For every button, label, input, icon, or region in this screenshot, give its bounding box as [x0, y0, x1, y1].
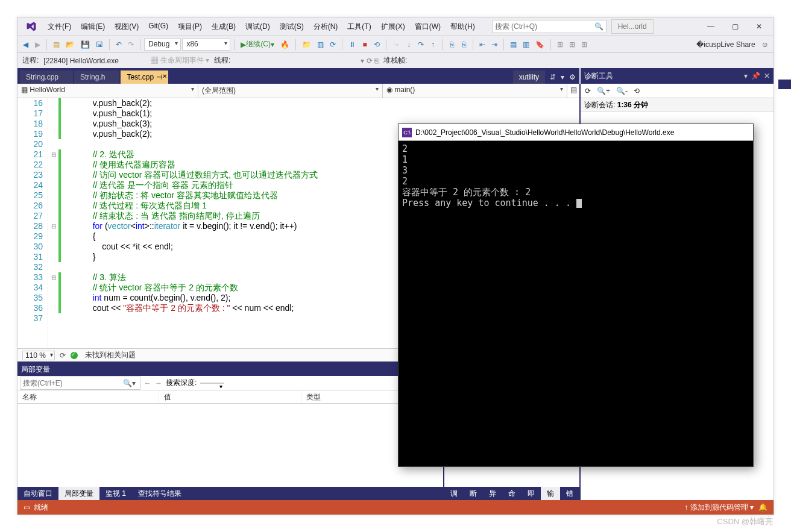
folder-icon[interactable]: 📁 [300, 39, 314, 50]
step-out-icon[interactable]: ↑ [427, 39, 438, 50]
nav-prev-icon[interactable]: ← [144, 379, 151, 387]
config-combo[interactable]: Debug [144, 39, 181, 51]
menu-item[interactable]: 窗口(W) [410, 19, 446, 34]
diag-reset-icon[interactable]: ⟲ [632, 86, 641, 96]
live-share-button[interactable]: �icusp Live Share [694, 39, 757, 50]
window-icon[interactable]: ▥ [315, 39, 326, 50]
bottom-tab[interactable]: 查找符号结果 [132, 487, 188, 500]
bottom-tab[interactable]: 断点 [464, 487, 483, 500]
file-tab-string-cpp[interactable]: String.cpp [20, 70, 73, 84]
title-bar: 文件(F)编辑(E)视图(V)Git(G)项目(P)生成(B)调试(D)测试(S… [17, 17, 774, 36]
menu-item[interactable]: 扩展(X) [376, 19, 410, 34]
solution-explorer-tab[interactable]: 解决方案资源 [778, 80, 791, 89]
bookmark-icon[interactable]: 🔖 [533, 39, 547, 50]
bottom-tab[interactable]: 错误列表 [560, 487, 579, 500]
show-next-icon[interactable]: → [390, 39, 402, 50]
maximize-button[interactable]: ▢ [723, 17, 747, 36]
nav-back-icon[interactable]: ◀ [20, 39, 31, 50]
file-tab-test-cpp[interactable]: Test.cpp⊣✕ [121, 70, 168, 84]
menu-item[interactable]: 编辑(E) [76, 19, 110, 34]
panel-pin-icon[interactable]: 📌 [751, 72, 760, 80]
bottom-tab[interactable]: 异常设置 [483, 487, 502, 500]
nav-func-combo[interactable]: ◉ main() [383, 84, 567, 98]
process-combo[interactable]: [22840] HelloWorld.exe [43, 57, 146, 65]
comment-icon[interactable]: ▤ [508, 39, 519, 50]
bottom-tab[interactable]: 调用堆栈 [444, 487, 464, 500]
menu-item[interactable]: 文件(F) [43, 19, 76, 34]
file-tab-string-h[interactable]: String.h [74, 70, 119, 84]
bottom-tab[interactable]: 监视 1 [99, 487, 132, 500]
extra1-icon[interactable]: ⊞ [555, 39, 566, 50]
hot-reload-icon[interactable]: 🔥 [278, 39, 292, 50]
menu-item[interactable]: 视图(V) [110, 19, 143, 34]
tab-scroll-icon[interactable]: ⇵ [550, 73, 556, 81]
console-window[interactable]: C:\ D:\002_Project\006_Visual_Studio\Hel… [398, 124, 754, 467]
editor-tabs-bar: String.cpp String.h Test.cpp⊣✕ xutility … [17, 68, 579, 84]
minimize-button[interactable]: — [699, 17, 723, 36]
indent-right-icon[interactable]: ⇥ [489, 39, 500, 50]
bottom-left-tabs: 自动窗口局部变量监视 1查找符号结果 [17, 487, 443, 500]
extra2-icon[interactable]: ⊞ [567, 39, 578, 50]
menu-item[interactable]: 生成(B) [207, 19, 241, 34]
restart-icon[interactable]: ⟲ [371, 39, 382, 50]
nav-next-icon[interactable]: → [155, 379, 162, 387]
close-button[interactable]: ✕ [747, 17, 771, 36]
pin-icon[interactable]: ⊣ [156, 73, 162, 81]
save-icon[interactable]: 💾 [78, 39, 92, 50]
menu-item[interactable]: 工具(T) [342, 19, 376, 34]
continue-button[interactable]: ▶ 继续(C) ▾ [238, 38, 277, 51]
bottom-tab[interactable]: 即时窗口 [522, 487, 541, 500]
nav-fwd-icon[interactable]: ▶ [32, 39, 43, 50]
menu-item[interactable]: Git(G) [143, 19, 173, 34]
menu-item[interactable]: 项目(P) [173, 19, 207, 34]
search-placeholder: 搜索 (Ctrl+Q) [495, 22, 537, 32]
save-all-icon[interactable]: 🖫 [93, 39, 106, 50]
diag-zoomout-icon[interactable]: 🔍- [614, 86, 629, 96]
diag-record-icon[interactable]: ⟳ [583, 86, 593, 96]
redo-icon[interactable]: ↷ [125, 39, 136, 50]
tool2-icon[interactable]: ⎘ [458, 39, 469, 50]
menu-item[interactable]: 帮助(H) [446, 19, 480, 34]
menu-item[interactable]: 测试(S) [275, 19, 309, 34]
preview-file[interactable]: xutility [513, 70, 545, 84]
tool-icon[interactable]: ⎘ [446, 39, 457, 50]
step-over-icon[interactable]: ↷ [415, 39, 426, 50]
bottom-tab[interactable]: 命令窗口 [502, 487, 522, 500]
indent-left-icon[interactable]: ⇤ [477, 39, 488, 50]
tab-overflow-icon[interactable]: ▾ [561, 73, 564, 81]
refresh-icon[interactable]: ⟳ [327, 39, 338, 50]
uncomment-icon[interactable]: ▥ [520, 39, 532, 50]
open-file-icon[interactable]: 📂 [63, 39, 77, 50]
col-value[interactable]: 值 [159, 390, 301, 403]
title-search-box[interactable]: 搜索 (Ctrl+Q) 🔍 [492, 20, 607, 33]
undo-icon[interactable]: ↶ [113, 39, 124, 50]
platform-combo[interactable]: x86 [182, 39, 230, 51]
split-editor-icon[interactable]: ▤ [567, 84, 579, 98]
stop-icon[interactable]: ■ [359, 39, 370, 50]
bottom-tab[interactable]: 输出 [541, 487, 560, 500]
feedback-icon[interactable]: ☺ [759, 39, 771, 50]
menu-item[interactable]: 分析(N) [309, 19, 343, 34]
col-name[interactable]: 名称 [17, 390, 159, 403]
step-into-icon[interactable]: ↓ [403, 39, 414, 50]
new-file-icon[interactable]: ▤ [51, 39, 62, 50]
nav-project-combo[interactable]: ▦ HelloWorld [17, 84, 198, 98]
panel-dropdown-icon[interactable]: ▾ [744, 72, 748, 80]
locals-search-input[interactable] [20, 377, 123, 389]
bottom-tab[interactable]: 自动窗口 [17, 487, 58, 500]
extra3-icon[interactable]: ⊞ [579, 39, 590, 50]
panel-close-icon[interactable]: ✕ [764, 72, 770, 80]
diag-zoomin-icon[interactable]: 🔍+ [595, 86, 612, 96]
add-to-scm-button[interactable]: ↑ 添加到源代码管理 ▾ [684, 502, 754, 513]
bottom-tab[interactable]: 局部变量 [58, 487, 99, 500]
pause-icon[interactable]: ⏸ [346, 39, 358, 50]
locals-search-box[interactable]: 🔍▾ [20, 377, 140, 390]
zoom-combo[interactable]: 110 % [22, 351, 55, 360]
depth-combo[interactable] [200, 383, 224, 384]
menu-item[interactable]: 调试(D) [241, 19, 275, 34]
status-outline-icon: ▭ [24, 503, 30, 512]
notifications-icon[interactable]: 🔔 [758, 503, 767, 512]
nav-scope-combo[interactable]: (全局范围) [198, 84, 383, 98]
gear-icon[interactable]: ⚙ [569, 73, 576, 81]
close-tab-icon[interactable]: ✕ [162, 73, 167, 80]
